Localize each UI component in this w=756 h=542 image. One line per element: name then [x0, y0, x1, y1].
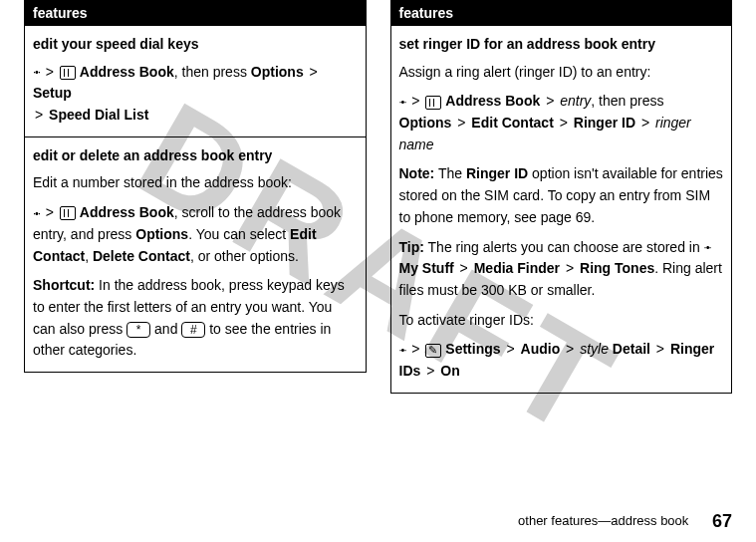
cell-title: edit your speed dial keys [33, 34, 358, 56]
intro-text: Edit a number stored in the address book… [33, 172, 358, 194]
menu-media-finder: Media Finder [474, 260, 560, 276]
placeholder-style: style [580, 341, 609, 357]
left-table-header: features [25, 1, 367, 26]
instruction-line: ·•· > Settings > Audio > style Detail > … [399, 339, 724, 382]
instruction-line: ·•· > Address Book, then press Options >… [33, 62, 358, 127]
menu-ringer-id: Ringer ID [466, 165, 528, 181]
menu-setup: Setup [33, 85, 72, 101]
breadcrumb-separator: > [426, 363, 434, 379]
menu-my-stuff: My Stuff [399, 260, 454, 276]
menu-address-book: Address Book [80, 64, 174, 80]
breadcrumb-separator: > [310, 64, 318, 80]
tip-label: Tip: [399, 239, 424, 255]
breadcrumb-separator: > [46, 64, 54, 80]
intro-text: Assign a ring alert (ringer ID) to an en… [399, 62, 724, 84]
text: and [154, 321, 177, 337]
breadcrumb-separator: > [411, 341, 419, 357]
menu-ring-tones: Ring Tones [580, 260, 654, 276]
text: . You can select [188, 226, 286, 242]
note-paragraph: Note: The Ringer ID option isn't availab… [399, 163, 724, 228]
breadcrumb-separator: > [641, 115, 649, 131]
menu-on: On [440, 363, 459, 379]
shortcut-paragraph: Shortcut: In the address book, press key… [33, 275, 358, 362]
menu-options: Options [399, 115, 452, 131]
activate-text: To activate ringer IDs: [399, 310, 724, 332]
center-key-icon: ·•· [399, 94, 406, 111]
breadcrumb-separator: > [566, 260, 574, 276]
breadcrumb-separator: > [457, 115, 465, 131]
breadcrumb-separator: > [411, 93, 419, 109]
right-column: features set ringer ID for an address bo… [390, 0, 733, 394]
menu-edit-contact: Edit Contact [471, 115, 553, 131]
instruction-line: ·•· > Address Book, scroll to the addres… [33, 202, 358, 267]
right-table-header: features [390, 1, 732, 26]
footer-section-title: other features—address book [518, 513, 688, 528]
center-key-icon: ·•· [399, 342, 406, 359]
note-label: Note: [399, 165, 435, 181]
center-key-icon: ·•· [704, 239, 711, 256]
text: , then press [174, 64, 247, 80]
tip-paragraph: Tip: The ring alerts you can choose are … [399, 237, 724, 302]
left-features-table: features edit your speed dial keys ·•· >… [24, 0, 367, 373]
text: , or other options. [190, 248, 299, 264]
menu-options: Options [135, 226, 188, 242]
cell-edit-speed-dial: edit your speed dial keys ·•· > Address … [25, 26, 367, 137]
menu-speed-dial-list: Speed Dial List [49, 107, 148, 123]
menu-address-book: Address Book [445, 93, 540, 109]
left-column: features edit your speed dial keys ·•· >… [24, 0, 367, 394]
menu-delete-contact: Delete Contact [93, 248, 190, 264]
breadcrumb-separator: > [546, 93, 554, 109]
cell-title: edit or delete an address book entry [33, 145, 358, 167]
page-footer: other features—address book 67 [518, 511, 732, 532]
breadcrumb-separator: > [560, 115, 568, 131]
cell-edit-delete-entry: edit or delete an address book entry Edi… [25, 136, 367, 372]
address-book-icon [60, 66, 76, 80]
menu-address-book: Address Book [80, 204, 174, 220]
center-key-icon: ·•· [33, 205, 40, 222]
breadcrumb-separator: > [35, 107, 43, 123]
menu-detail: Detail [613, 341, 650, 357]
shortcut-label: Shortcut: [33, 277, 95, 293]
breadcrumb-separator: > [506, 341, 514, 357]
settings-icon [425, 344, 441, 358]
address-book-icon [425, 96, 441, 110]
address-book-icon [60, 206, 76, 220]
center-key-icon: ·•· [33, 64, 40, 81]
cell-set-ringer-id: set ringer ID for an address book entry … [390, 26, 732, 394]
right-features-table: features set ringer ID for an address bo… [390, 0, 733, 394]
text: , [85, 248, 89, 264]
menu-audio: Audio [521, 341, 561, 357]
menu-settings: Settings [445, 341, 500, 357]
menu-options: Options [251, 64, 304, 80]
hash-key-icon: # [181, 322, 205, 338]
breadcrumb-separator: > [656, 341, 664, 357]
breadcrumb-separator: > [566, 341, 574, 357]
text: The [438, 165, 462, 181]
text: , then press [591, 93, 663, 109]
instruction-line: ·•· > Address Book > entry, then press O… [399, 91, 724, 155]
breadcrumb-separator: > [460, 260, 468, 276]
text: The ring alerts you can choose are store… [428, 239, 700, 255]
breadcrumb-separator: > [46, 204, 54, 220]
menu-ringer-id: Ringer ID [574, 115, 635, 131]
page-number: 67 [712, 511, 732, 531]
cell-title: set ringer ID for an address book entry [399, 34, 724, 56]
placeholder-entry: entry [560, 93, 591, 109]
two-column-layout: features edit your speed dial keys ·•· >… [0, 0, 756, 394]
star-key-icon: * [126, 322, 150, 338]
